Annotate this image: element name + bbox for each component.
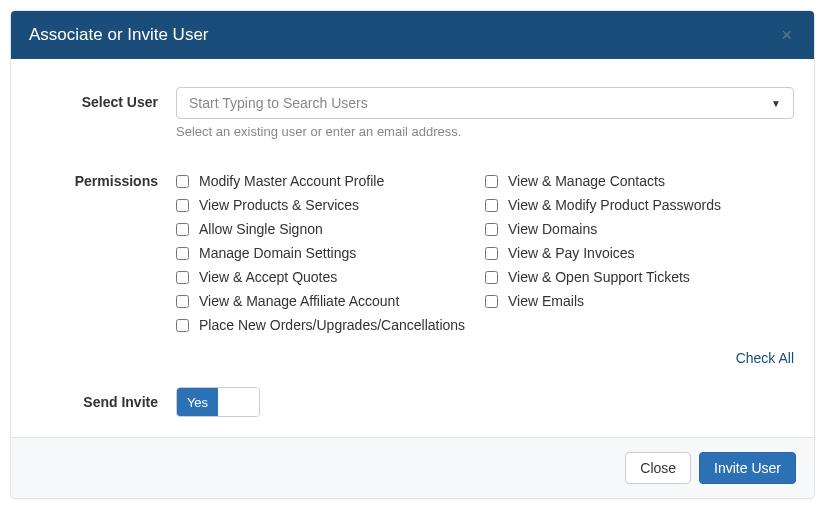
perm-product-passwords[interactable]: View & Modify Product Passwords bbox=[485, 197, 794, 213]
perm-label: View & Open Support Tickets bbox=[508, 269, 690, 285]
send-invite-toggle[interactable]: Yes bbox=[176, 387, 260, 417]
perm-view-products[interactable]: View Products & Services bbox=[176, 197, 485, 213]
perm-checkbox[interactable] bbox=[485, 271, 498, 284]
perm-checkbox[interactable] bbox=[176, 175, 189, 188]
invite-user-button[interactable]: Invite User bbox=[699, 452, 796, 484]
perm-checkbox[interactable] bbox=[485, 295, 498, 308]
user-search-placeholder: Start Typing to Search Users bbox=[189, 95, 368, 111]
perm-place-orders[interactable]: Place New Orders/Upgrades/Cancellations bbox=[176, 317, 485, 333]
check-all-row: Check All bbox=[176, 349, 794, 367]
perm-checkbox[interactable] bbox=[176, 271, 189, 284]
perm-label: Place New Orders/Upgrades/Cancellations bbox=[199, 317, 465, 333]
perm-label: View & Manage Affiliate Account bbox=[199, 293, 399, 309]
close-button[interactable]: Close bbox=[625, 452, 691, 484]
associate-invite-user-modal: Associate or Invite User × Select User S… bbox=[10, 10, 815, 499]
perm-view-emails[interactable]: View Emails bbox=[485, 293, 794, 309]
perm-label: View Emails bbox=[508, 293, 584, 309]
perm-affiliate[interactable]: View & Manage Affiliate Account bbox=[176, 293, 485, 309]
send-invite-row: Send Invite Yes bbox=[31, 387, 794, 417]
permissions-label: Permissions bbox=[31, 173, 176, 367]
perm-manage-domain[interactable]: Manage Domain Settings bbox=[176, 245, 485, 261]
select-user-row: Select User Start Typing to Search Users… bbox=[31, 87, 794, 139]
select-user-hint: Select an existing user or enter an emai… bbox=[176, 124, 794, 139]
permissions-col-right: View & Manage Contacts View & Modify Pro… bbox=[485, 173, 794, 341]
permissions-wrap: Modify Master Account Profile View Produ… bbox=[176, 173, 794, 367]
user-search-input[interactable]: Start Typing to Search Users ▼ bbox=[176, 87, 794, 119]
perm-support-tickets[interactable]: View & Open Support Tickets bbox=[485, 269, 794, 285]
modal-header: Associate or Invite User × bbox=[11, 11, 814, 59]
perm-checkbox[interactable] bbox=[176, 247, 189, 260]
send-invite-control: Yes bbox=[176, 387, 794, 417]
perm-checkbox[interactable] bbox=[485, 223, 498, 236]
perm-label: Modify Master Account Profile bbox=[199, 173, 384, 189]
send-invite-label: Send Invite bbox=[31, 394, 176, 410]
close-icon[interactable]: × bbox=[777, 26, 796, 44]
check-all-link[interactable]: Check All bbox=[736, 350, 794, 366]
perm-view-domains[interactable]: View Domains bbox=[485, 221, 794, 237]
select-user-control: Start Typing to Search Users ▼ Select an… bbox=[176, 87, 794, 139]
perm-label: Manage Domain Settings bbox=[199, 245, 356, 261]
perm-checkbox[interactable] bbox=[176, 223, 189, 236]
perm-label: View & Accept Quotes bbox=[199, 269, 337, 285]
perm-label: View Domains bbox=[508, 221, 597, 237]
perm-manage-contacts[interactable]: View & Manage Contacts bbox=[485, 173, 794, 189]
select-user-label: Select User bbox=[31, 87, 176, 139]
permissions-col-left: Modify Master Account Profile View Produ… bbox=[176, 173, 485, 341]
perm-accept-quotes[interactable]: View & Accept Quotes bbox=[176, 269, 485, 285]
perm-checkbox[interactable] bbox=[485, 175, 498, 188]
perm-checkbox[interactable] bbox=[485, 247, 498, 260]
permissions-row: Permissions Modify Master Account Profil… bbox=[31, 173, 794, 367]
perm-single-signon[interactable]: Allow Single Signon bbox=[176, 221, 485, 237]
modal-title: Associate or Invite User bbox=[29, 25, 209, 45]
perm-label: Allow Single Signon bbox=[199, 221, 323, 237]
perm-checkbox[interactable] bbox=[176, 319, 189, 332]
perm-label: View & Pay Invoices bbox=[508, 245, 635, 261]
toggle-yes[interactable]: Yes bbox=[177, 388, 218, 416]
perm-checkbox[interactable] bbox=[176, 199, 189, 212]
modal-body: Select User Start Typing to Search Users… bbox=[11, 59, 814, 437]
permissions-columns: Modify Master Account Profile View Produ… bbox=[176, 173, 794, 341]
perm-checkbox[interactable] bbox=[485, 199, 498, 212]
modal-footer: Close Invite User bbox=[11, 437, 814, 498]
toggle-no[interactable] bbox=[218, 388, 259, 416]
perm-checkbox[interactable] bbox=[176, 295, 189, 308]
perm-label: View Products & Services bbox=[199, 197, 359, 213]
perm-pay-invoices[interactable]: View & Pay Invoices bbox=[485, 245, 794, 261]
perm-label: View & Manage Contacts bbox=[508, 173, 665, 189]
perm-label: View & Modify Product Passwords bbox=[508, 197, 721, 213]
perm-modify-master[interactable]: Modify Master Account Profile bbox=[176, 173, 485, 189]
caret-down-icon: ▼ bbox=[771, 98, 781, 109]
